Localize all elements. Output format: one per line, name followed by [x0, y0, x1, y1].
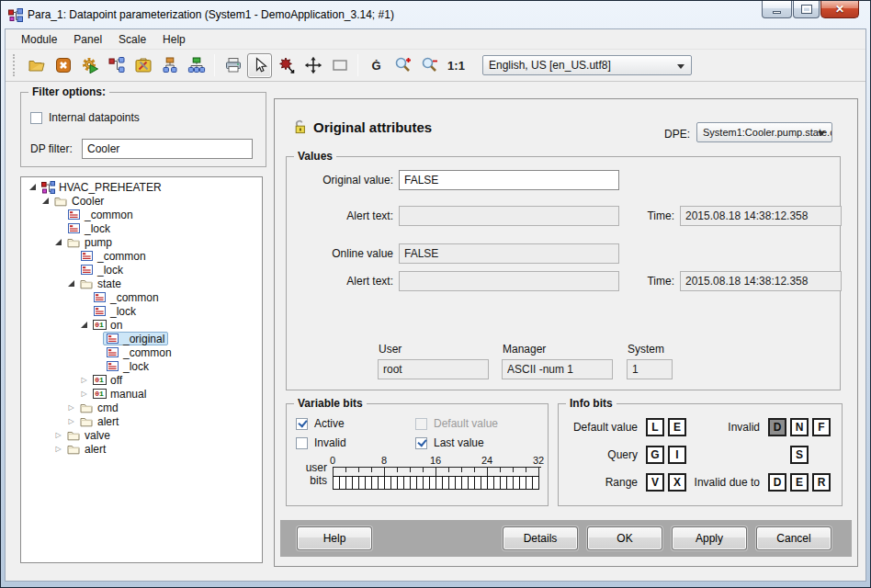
checkbox-icon[interactable] — [296, 437, 308, 449]
tree-item-label: pump — [85, 236, 112, 249]
tree-item-off[interactable]: ▷01off — [21, 373, 262, 387]
tree-item-label: _lock — [123, 360, 149, 373]
tree-item-cmd[interactable]: ▷cmd — [21, 401, 262, 414]
apply-button[interactable]: Apply — [672, 526, 747, 550]
expander-icon[interactable] — [27, 184, 39, 190]
tree-item-_common[interactable]: _common — [21, 249, 262, 263]
checkbox-icon[interactable] — [415, 437, 427, 449]
pointer-tool-icon[interactable] — [247, 53, 272, 78]
tree-item-_common[interactable]: _common — [21, 290, 262, 304]
expander-icon[interactable]: ▷ — [52, 445, 64, 453]
tree-item-state[interactable]: state — [21, 277, 262, 290]
internal-datapoints-checkbox[interactable]: Internal datapoints — [30, 111, 140, 124]
start-runtime-icon[interactable] — [77, 53, 102, 78]
system-label: System — [628, 343, 664, 356]
tree-item-label: _lock — [97, 264, 123, 277]
config-icon — [92, 291, 107, 303]
tree-item-alert[interactable]: ▷alert — [21, 442, 262, 456]
help-button[interactable]: Help — [297, 526, 372, 550]
language-select[interactable]: English, US [en_US.utf8] — [482, 55, 692, 75]
config-icon — [66, 209, 81, 220]
menu-module[interactable]: Module — [13, 31, 65, 48]
menu-scale[interactable]: Scale — [110, 31, 154, 48]
tree-item-_common[interactable]: _common — [21, 345, 262, 359]
tree-item-_lock[interactable]: _lock — [21, 221, 262, 235]
checkbox-invalid[interactable]: Invalid — [296, 436, 415, 449]
expander-icon[interactable]: ▷ — [52, 431, 64, 439]
details-button[interactable]: Details — [503, 526, 578, 550]
info-bits-left-label: Query — [564, 448, 638, 461]
zoom-box-icon[interactable] — [327, 53, 352, 78]
zoom-reset-icon[interactable]: Ġ — [364, 53, 389, 78]
tree-item-on[interactable]: 01on — [21, 318, 262, 332]
window-title: Para_1: Datapoint parameterization (Syst… — [28, 8, 394, 21]
expander-icon[interactable] — [65, 280, 77, 287]
ok-button[interactable]: OK — [587, 526, 662, 550]
tree-item-_original[interactable]: _original — [21, 332, 262, 345]
tree-item-_common[interactable]: _common — [21, 208, 262, 221]
info-bit-E: E — [790, 473, 809, 492]
move-tool-icon[interactable] — [300, 53, 325, 78]
dp-groups-icon[interactable] — [184, 53, 209, 78]
original-time-field — [680, 206, 842, 226]
checkbox-icon[interactable] — [296, 418, 308, 430]
dp-tree-icon[interactable] — [104, 53, 129, 78]
open-module-icon[interactable] — [24, 53, 49, 78]
config-icon — [105, 333, 119, 345]
menu-help[interactable]: Help — [154, 31, 194, 48]
info-bit-I: I — [668, 446, 686, 464]
title-bar[interactable]: Para_1: Datapoint parameterization (Syst… — [6, 1, 865, 28]
expander-icon[interactable] — [52, 239, 64, 245]
cancel-button[interactable]: Cancel — [756, 526, 831, 550]
zoom-in-icon[interactable] — [390, 53, 415, 78]
toolbox-icon[interactable] — [130, 53, 155, 78]
checkbox-active[interactable]: Active — [296, 417, 415, 430]
expander-icon[interactable] — [78, 322, 90, 328]
user-bit-cell[interactable] — [532, 476, 539, 490]
chevron-down-icon — [677, 64, 684, 69]
expander-icon[interactable]: ▷ — [78, 390, 90, 398]
dpe-select[interactable]: System1:Cooler.pump.state.on — [696, 122, 832, 142]
app-body: ModulePanelScaleHelp Ġ1:1 English, US [… — [5, 28, 866, 582]
folder-icon — [66, 429, 81, 441]
datapoint-tree[interactable]: HVAC_PREHEATERCooler_common_lockpump_com… — [20, 176, 263, 563]
expander-icon[interactable]: ▷ — [65, 417, 77, 425]
zoom-out-icon[interactable] — [417, 53, 442, 78]
original-value-input[interactable] — [399, 170, 619, 190]
tree-item-label: valve — [85, 429, 110, 442]
zoom-ratio-label[interactable]: 1:1 — [444, 53, 469, 78]
tree-item-pump[interactable]: pump — [21, 235, 262, 249]
expander-icon[interactable] — [40, 198, 51, 204]
tree-item-valve[interactable]: ▷valve — [21, 428, 262, 442]
tree-item-HVAC_PREHEATER[interactable]: HVAC_PREHEATER — [21, 180, 262, 194]
toolbar-grip-icon[interactable] — [13, 54, 17, 76]
dp-filter-input[interactable] — [82, 139, 253, 159]
tree-item-_lock[interactable]: _lock — [21, 359, 262, 373]
tree-item-manual[interactable]: ▷01manual — [21, 387, 262, 401]
close-module-icon[interactable] — [51, 53, 75, 78]
dp-types-icon[interactable] — [157, 53, 182, 78]
menu-panel[interactable]: Panel — [65, 31, 110, 48]
config-icon — [92, 305, 107, 317]
checkbox-last-value[interactable]: Last value — [415, 436, 498, 449]
info-bit-L: L — [646, 418, 664, 436]
expander-icon[interactable]: ▷ — [65, 403, 77, 412]
ruler-label: 0 — [330, 455, 335, 466]
tree-item-_lock[interactable]: _lock — [21, 304, 262, 318]
close-button[interactable]: ✕ — [820, 1, 859, 18]
maximize-button[interactable] — [793, 1, 820, 18]
refresh-tool-icon[interactable] — [274, 53, 299, 78]
expander-icon[interactable]: ▷ — [78, 376, 90, 384]
folder-icon — [53, 195, 68, 207]
panel-title: Original attributes — [313, 119, 432, 135]
tree-item-alert[interactable]: ▷alert — [21, 414, 262, 428]
print-icon[interactable] — [221, 53, 245, 78]
tree-item-_lock[interactable]: _lock — [21, 263, 262, 277]
tree-item-label: on — [110, 319, 122, 332]
minimize-button[interactable] — [762, 1, 792, 18]
tree-item-Cooler[interactable]: Cooler — [21, 194, 262, 208]
info-bit-S: S — [790, 446, 809, 464]
online-time-field — [680, 271, 842, 291]
checkbox-icon[interactable] — [30, 112, 42, 124]
tree-item-label: Cooler — [72, 195, 104, 208]
